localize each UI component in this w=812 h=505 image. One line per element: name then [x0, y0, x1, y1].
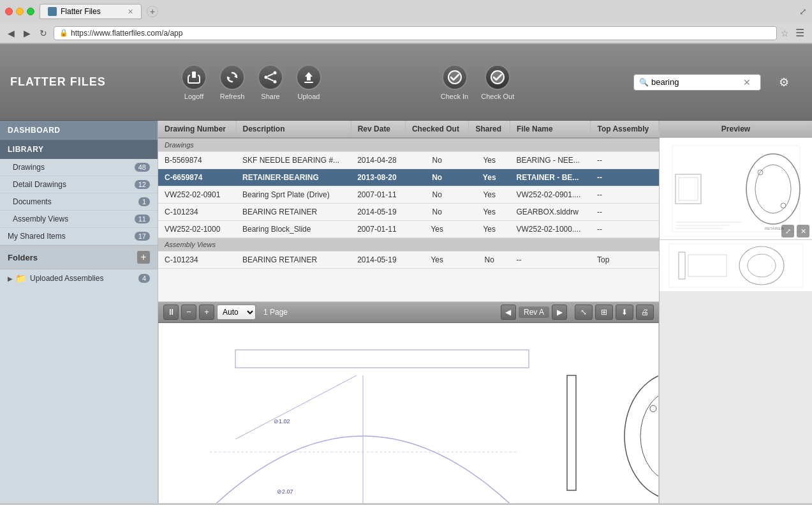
table-row[interactable]: C-101234 BEARING RETAINER 2014-05-19 Yes…	[158, 252, 659, 269]
table-row[interactable]: C-6659874 RETAINER-BEARING 2013-08-20 No…	[158, 169, 659, 186]
zoom-select[interactable]: Auto 50% 75% 100% 150% 200%	[217, 305, 256, 320]
svg-point-19	[624, 372, 659, 500]
next-rev-button[interactable]: ▶	[552, 305, 567, 320]
folders-header: Folders +	[0, 245, 158, 269]
drawings-table: Drawing Number Description Rev Date Chec…	[158, 121, 659, 269]
sidebar-assembly-views-count: 11	[135, 215, 150, 223]
col-top-assembly: Top Assembly	[591, 121, 659, 138]
expand-preview-button[interactable]: ⤢	[781, 225, 794, 237]
folders-label: Folders	[8, 253, 137, 262]
cell-shared: Yes	[469, 169, 510, 186]
cell-top-assembly: Top	[591, 252, 659, 269]
cell-drawing-number: C-101234	[158, 252, 236, 269]
sidebar-dashboard[interactable]: DASHBOARD	[0, 121, 158, 140]
close-window-button[interactable]	[5, 8, 13, 15]
url-text: https://www.flatterfiles.com/a/app	[71, 29, 771, 38]
cell-file-name: VW252-02-0901....	[510, 186, 591, 204]
svg-text:⊘1.02: ⊘1.02	[274, 418, 290, 425]
settings-icon[interactable]: ⚙	[779, 75, 789, 89]
logoff-button[interactable]: Logoff	[181, 64, 207, 100]
preview-image-bottom	[660, 240, 812, 291]
forward-button[interactable]: ▶	[21, 27, 33, 40]
col-description: Description	[236, 121, 351, 138]
address-bar[interactable]: 🔒 https://www.flatterfiles.com/a/app	[54, 26, 777, 40]
cell-drawing-number: VW252-02-0901	[158, 186, 236, 204]
new-tab-button[interactable]: +	[147, 6, 158, 17]
folder-uploaded-assemblies-label: Uploaded Assemblies	[30, 274, 138, 283]
folder-item-uploaded-assemblies[interactable]: ▶ 📁 Uploaded Assemblies 4	[0, 269, 158, 287]
svg-rect-18	[567, 375, 576, 490]
bookmark-icon[interactable]: ☆	[781, 28, 789, 38]
search-input[interactable]	[651, 77, 741, 87]
cell-shared: Yes	[469, 221, 510, 238]
cell-description: Bearing Sprt Plate (Drive)	[236, 186, 351, 204]
cell-checked-out: Yes	[405, 252, 469, 269]
sidebar-drawings-label: Drawings	[13, 163, 135, 172]
reload-button[interactable]: ↻	[37, 27, 50, 40]
tab-close-button[interactable]: ✕	[128, 8, 133, 16]
sidebar-documents-count: 1	[138, 197, 150, 206]
check-out-icon	[485, 64, 510, 90]
share-button[interactable]: Share	[258, 64, 283, 100]
add-folder-button[interactable]: +	[137, 251, 150, 264]
table-row[interactable]: VW252-02-1000 Bearing Block_Slide 2007-0…	[158, 221, 659, 238]
grid-view-button[interactable]: ⊞	[595, 305, 613, 320]
back-button[interactable]: ◀	[5, 27, 17, 40]
check-in-button[interactable]: Check In	[441, 64, 468, 100]
cell-shared: Yes	[469, 152, 510, 169]
folder-uploaded-assemblies-count: 4	[138, 274, 150, 283]
app-container: FLATTER FILES Logoff Refresh	[0, 44, 812, 503]
refresh-button[interactable]: Refresh	[219, 64, 245, 100]
close-preview-button[interactable]: ✕	[797, 225, 809, 237]
preview-panel: Preview	[659, 121, 812, 503]
table-row[interactable]: B-5569874 SKF NEEDLE BEARING #... 2014-0…	[158, 152, 659, 169]
sidebar-assembly-views-label: Assembly Views	[13, 215, 135, 223]
section-drawings-label: Drawings	[158, 138, 659, 152]
browser-tab[interactable]: Flatter Files ✕	[40, 4, 142, 19]
share-icon	[258, 64, 283, 90]
browser-chrome: Flatter Files ✕ + ⤢ ◀ ▶ ↻ 🔒 https://www.…	[0, 0, 812, 44]
svg-rect-9	[304, 82, 313, 83]
check-out-button[interactable]: Check Out	[481, 64, 514, 100]
table-row[interactable]: VW252-02-0901 Bearing Sprt Plate (Drive)…	[158, 186, 659, 204]
main-content: DASHBOARD LIBRARY Drawings 48 Detail Dra…	[0, 121, 812, 503]
search-clear-icon[interactable]: ✕	[743, 77, 751, 87]
refresh-label: Refresh	[220, 93, 245, 100]
sidebar-item-documents[interactable]: Documents 1	[0, 193, 158, 211]
sidebar-item-assembly-views[interactable]: Assembly Views 11	[0, 211, 158, 228]
download-button[interactable]: ⬇	[616, 305, 633, 320]
page-info: 1 Page	[258, 308, 293, 317]
sidebar-documents-label: Documents	[13, 197, 138, 206]
sidebar-item-shared[interactable]: My Shared Items 17	[0, 228, 158, 245]
preview-top-wrapper: RETAINER ⤢ ✕	[660, 138, 812, 240]
col-file-name: File Name	[510, 121, 591, 138]
minimize-window-button[interactable]	[16, 8, 24, 15]
maximize-window-button[interactable]	[27, 8, 34, 15]
zoom-in-button[interactable]: +	[199, 305, 214, 320]
zoom-out-button[interactable]: −	[181, 305, 196, 320]
browser-menu-icon[interactable]: ☰	[793, 26, 807, 40]
ssl-lock-icon: 🔒	[59, 29, 68, 37]
svg-line-6	[268, 73, 274, 76]
print-button[interactable]: 🖨	[636, 305, 654, 320]
app-toolbar: Logoff Refresh Share Up	[168, 64, 802, 100]
svg-point-21	[650, 405, 656, 412]
sidebar-item-detail-drawings[interactable]: Detail Drawings 12	[0, 176, 158, 193]
sidebar-shared-label: My Shared Items	[8, 232, 135, 241]
fullscreen-button[interactable]: ⤡	[575, 305, 593, 320]
drawing-svg: ⊘1.02 ⊘2.07	[159, 323, 659, 504]
pause-button[interactable]: ⏸	[163, 305, 179, 320]
cell-rev-date: 2014-05-19	[351, 204, 405, 221]
prev-rev-button[interactable]: ◀	[501, 305, 516, 320]
upload-button[interactable]: Upload	[296, 64, 321, 100]
cell-drawing-number: C-101234	[158, 204, 236, 221]
cell-checked-out: No	[405, 169, 469, 186]
sidebar-item-drawings[interactable]: Drawings 48	[0, 159, 158, 176]
cell-top-assembly: --	[591, 169, 659, 186]
upload-label: Upload	[298, 93, 320, 100]
col-checked-out: Checked Out	[405, 121, 469, 138]
cell-rev-date: 2014-05-19	[351, 252, 405, 269]
maximize-icon[interactable]: ⤢	[799, 6, 807, 17]
cell-shared: Yes	[469, 186, 510, 204]
table-row[interactable]: C-101234 BEARING RETAINER 2014-05-19 No …	[158, 204, 659, 221]
